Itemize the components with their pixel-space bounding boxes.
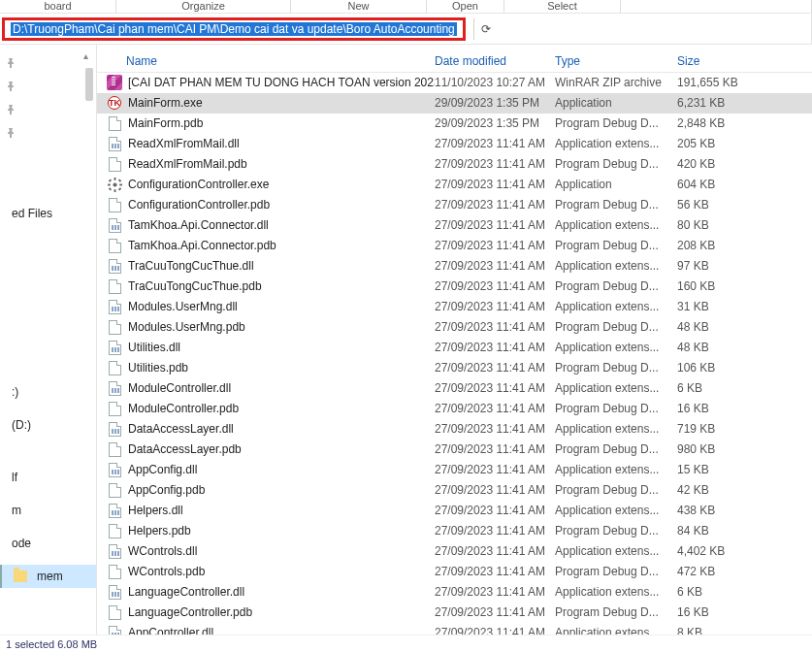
file-row[interactable]: ModuleController.pdb27/09/2023 11:41 AMP… [97,399,812,419]
pin-icon [6,104,16,114]
file-row[interactable]: TamKhoa.Api.Connector.pdb27/09/2023 11:4… [97,236,812,256]
file-type: Application [555,178,677,191]
file-row[interactable]: LanguageController.pdb27/09/2023 11:41 A… [97,603,812,623]
file-name: Utilities.dll [128,341,180,354]
svg-rect-5 [108,179,111,181]
file-row[interactable]: Helpers.dll27/09/2023 11:41 AMApplicatio… [97,501,812,521]
file-row[interactable]: WControls.pdb27/09/2023 11:41 AMProgram … [97,562,812,582]
quick-access-item[interactable] [0,74,96,97]
file-row[interactable]: ModuleController.dll27/09/2023 11:41 AMA… [97,378,812,399]
file-name-cell: DataAccessLayer.pdb [97,441,435,457]
file-name: [CAI DAT PHAN MEM TU DONG HACH TOAN vers… [128,76,435,89]
ribbon-group-select: Select [504,0,621,13]
file-name-cell: TraCuuTongCucThue.pdb [97,278,435,294]
svg-rect-6 [117,179,120,181]
file-date: 27/09/2023 11:41 AM [435,442,555,456]
file-row[interactable]: Utilities.pdb27/09/2023 11:41 AMProgram … [97,358,812,378]
file-row[interactable]: Helpers.pdb27/09/2023 11:41 AMProgram De… [97,521,812,541]
file-row[interactable]: TKMainForm.exe29/09/2023 1:35 PMApplicat… [97,93,812,114]
file-type: Program Debug D... [555,279,677,293]
file-size: 2,848 KB [677,116,812,130]
file-date: 27/09/2023 11:41 AM [435,524,555,538]
file-icon [107,482,122,498]
col-header-type[interactable]: Type [555,54,677,68]
file-row[interactable]: ReadXmlFromMail.pdb27/09/2023 11:41 AMPr… [97,154,812,175]
dll-icon [107,625,122,635]
file-type: Application [555,96,677,110]
refresh-button[interactable]: ⟳ [473,18,499,40]
file-type: Application extens... [555,585,677,599]
file-row[interactable]: TraCuuTongCucThue.pdb27/09/2023 11:41 AM… [97,277,812,297]
sidebar-item[interactable]: m [0,499,96,522]
file-date: 27/09/2023 11:41 AM [435,300,555,313]
file-row[interactable]: Modules.UserMng.pdb27/09/2023 11:41 AMPr… [97,317,812,338]
sidebar-item[interactable]: ode [0,532,96,555]
col-header-name[interactable]: Name [97,54,435,68]
file-icon [107,523,122,538]
address-input-highlight: D:\TruongPham\Cai phan mem\CAI PM\Demo c… [2,17,466,41]
sidebar-item[interactable]: mem [0,565,96,588]
file-row[interactable]: ConfigurationController.exe27/09/2023 11… [97,175,812,195]
file-size: 16 KB [677,402,812,415]
file-name-cell: Helpers.dll [97,503,435,518]
scrollbar-thumb[interactable] [85,68,93,101]
file-icon [107,604,122,620]
sidebar-item-label: ed Files [12,207,52,220]
quick-access-item[interactable] [0,120,96,144]
file-size: 438 KB [677,504,812,517]
quick-access-item[interactable] [0,97,96,120]
sidebar-item[interactable]: lf [0,466,96,489]
file-name: Helpers.dll [128,504,183,517]
file-row[interactable]: AppConfig.pdb27/09/2023 11:41 AMProgram … [97,480,812,501]
address-bar: D:\TruongPham\Cai phan mem\CAI PM\Demo c… [0,14,812,45]
sidebar-item[interactable]: (D:) [0,413,96,437]
file-row[interactable]: [CAI DAT PHAN MEM TU DONG HACH TOAN vers… [97,73,812,93]
file-date: 27/09/2023 11:41 AM [435,605,555,619]
file-size: 8 KB [677,626,812,635]
file-row[interactable]: ReadXmlFromMail.dll27/09/2023 11:41 AMAp… [97,134,812,154]
file-row[interactable]: Modules.UserMng.dll27/09/2023 11:41 AMAp… [97,297,812,317]
sidebar-item[interactable]: ed Files [0,202,96,225]
file-date: 29/09/2023 1:35 PM [435,96,555,110]
file-type: Program Debug D... [555,361,677,375]
file-row[interactable]: ConfigurationController.pdb27/09/2023 11… [97,195,812,215]
file-size: 208 KB [677,239,812,252]
file-icon [107,564,122,579]
file-row[interactable]: WControls.dll27/09/2023 11:41 AMApplicat… [97,541,812,562]
svg-point-0 [113,182,116,186]
file-type: Program Debug D... [555,605,677,619]
file-name-cell: TraCuuTongCucThue.dll [97,258,435,274]
file-row[interactable]: AppConfig.dll27/09/2023 11:41 AMApplicat… [97,460,812,480]
col-header-date[interactable]: Date modified [435,54,555,68]
file-type: Application extens... [555,137,677,150]
file-icon [107,115,122,131]
file-type: Program Debug D... [555,157,677,171]
dll-icon [107,462,122,477]
dll-icon [107,380,122,396]
sidebar-item[interactable]: :) [0,380,96,404]
file-row[interactable]: DataAccessLayer.pdb27/09/2023 11:41 AMPr… [97,440,812,460]
file-size: 48 KB [677,320,812,334]
file-icon [107,360,122,375]
file-type: Application extens... [555,544,677,558]
file-row[interactable]: MainForm.pdb29/09/2023 1:35 PMProgram De… [97,114,812,134]
file-row[interactable]: AppController.dll27/09/2023 11:41 AMAppl… [97,623,812,635]
file-date: 27/09/2023 11:41 AM [435,279,555,293]
file-size: 191,655 KB [677,76,812,89]
dll-icon [107,217,122,233]
file-row[interactable]: LanguageController.dll27/09/2023 11:41 A… [97,582,812,603]
scroll-up-icon[interactable]: ▴ [79,49,92,62]
file-name-cell: WControls.dll [97,543,435,559]
address-input[interactable]: D:\TruongPham\Cai phan mem\CAI PM\Demo c… [11,22,457,36]
file-icon [107,401,122,416]
refresh-icon: ⟳ [481,22,491,36]
file-row[interactable]: TamKhoa.Api.Connector.dll27/09/2023 11:4… [97,215,812,236]
col-header-size[interactable]: Size [677,54,812,68]
file-row[interactable]: Utilities.dll27/09/2023 11:41 AMApplicat… [97,338,812,358]
file-type: Application extens... [555,504,677,517]
file-row[interactable]: DataAccessLayer.dll27/09/2023 11:41 AMAp… [97,419,812,440]
file-type: Program Debug D... [555,320,677,334]
status-text: 1 selected 6.08 MB [6,638,97,650]
file-name-cell: ModuleController.pdb [97,401,435,416]
file-row[interactable]: TraCuuTongCucThue.dll27/09/2023 11:41 AM… [97,256,812,277]
